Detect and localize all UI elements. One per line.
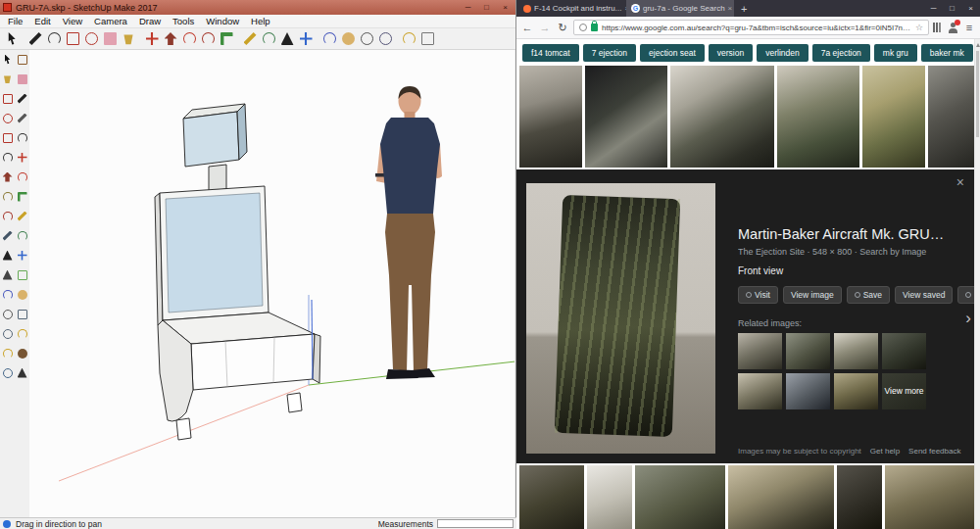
minimize-button[interactable]: ─ — [461, 1, 475, 15]
menu-file[interactable]: File — [2, 16, 28, 26]
related-image-thumbnail[interactable] — [786, 333, 830, 369]
previous-view-tool-icon[interactable] — [15, 326, 29, 341]
menu-help[interactable]: Help — [245, 16, 276, 26]
image-thumbnail[interactable] — [837, 465, 882, 529]
image-thumbnail[interactable] — [928, 66, 974, 168]
preview-image[interactable] — [526, 183, 715, 454]
walk-tool-icon[interactable] — [15, 365, 29, 380]
menu-tools[interactable]: Tools — [167, 16, 200, 26]
tab-close-icon[interactable]: × — [728, 4, 733, 13]
share-button[interactable]: Share — [957, 286, 974, 304]
section-plane-tool-icon[interactable] — [15, 267, 29, 282]
image-thumbnail[interactable] — [670, 66, 774, 168]
view-image-button[interactable]: View image — [783, 286, 842, 304]
tab-f14-cockpit[interactable]: F-14 Cockpit and instru... × — [518, 0, 626, 17]
position-camera-tool-icon[interactable] — [15, 346, 29, 361]
line-tool-icon[interactable] — [15, 91, 29, 106]
axes-tool-icon[interactable] — [297, 30, 315, 48]
chip[interactable]: f14 tomcat — [522, 44, 579, 62]
library-icon[interactable] — [933, 23, 943, 32]
measurements-input[interactable] — [437, 519, 514, 528]
eraser-tool-icon[interactable] — [15, 72, 29, 86]
result-title[interactable]: Martin-Baker Aircraft Mk. GRU-7(A) ... — [738, 226, 949, 242]
related-image-thumbnail[interactable] — [738, 333, 782, 369]
bookmark-star-icon[interactable]: ☆ — [915, 23, 923, 32]
settings-tool-icon[interactable] — [418, 30, 436, 48]
chip[interactable]: verlinden — [757, 44, 808, 62]
scrollbar[interactable] — [974, 39, 980, 529]
related-image-thumbnail[interactable] — [882, 333, 926, 369]
menu-view[interactable]: View — [57, 16, 88, 26]
tab-google-search[interactable]: G gru-7a - Google Search × — [626, 0, 734, 17]
related-image-thumbnail[interactable] — [738, 373, 782, 409]
zoom-extents-tool-icon[interactable] — [376, 30, 394, 48]
menu-draw[interactable]: Draw — [133, 16, 167, 26]
scale-tool-icon[interactable] — [15, 189, 29, 204]
chip[interactable]: mk gru — [874, 44, 917, 62]
move-tool-icon[interactable] — [15, 150, 29, 165]
related-image-thumbnail[interactable] — [834, 373, 878, 409]
orbit-tool-icon[interactable] — [320, 30, 338, 48]
close-button[interactable]: × — [498, 1, 513, 15]
view-saved-button[interactable]: View saved — [895, 286, 953, 304]
related-image-thumbnail[interactable] — [786, 373, 830, 409]
pan-tool-icon[interactable] — [339, 30, 357, 48]
new-tab-button[interactable]: + — [734, 0, 754, 17]
related-image-thumbnail[interactable] — [834, 333, 878, 369]
chip[interactable]: ejection seat — [640, 44, 705, 62]
chip[interactable]: 7a ejection — [812, 44, 870, 62]
account-icon[interactable] — [947, 22, 958, 33]
scroll-up-icon[interactable] — [976, 41, 980, 47]
text-tool-icon[interactable] — [0, 248, 15, 263]
save-button[interactable]: Save — [847, 286, 890, 304]
image-thumbnail[interactable] — [519, 66, 582, 168]
visit-button[interactable]: Visit — [738, 286, 778, 304]
paint-bucket-tool-icon[interactable] — [0, 72, 15, 86]
chip[interactable]: 7 ejection — [583, 44, 636, 62]
follow-me-tool-icon[interactable] — [0, 189, 15, 204]
image-thumbnail[interactable] — [777, 66, 859, 168]
image-thumbnail[interactable] — [585, 66, 667, 168]
offset-tool-icon[interactable] — [199, 30, 217, 48]
select-tool-icon[interactable] — [0, 52, 15, 67]
address-bar[interactable]: https://www.google.com.au/search?q=gru-7… — [573, 20, 929, 35]
protractor-tool-icon[interactable] — [15, 228, 29, 243]
menu-window[interactable]: Window — [200, 16, 245, 26]
look-around-tool-icon[interactable] — [0, 365, 15, 380]
next-view-tool-icon[interactable] — [0, 346, 15, 361]
move-tool-icon[interactable] — [143, 30, 161, 48]
next-image-icon[interactable]: › — [965, 309, 971, 328]
tape-measure-tool-icon[interactable] — [241, 30, 259, 48]
context-help-icon[interactable] — [3, 520, 11, 528]
previous-view-tool-icon[interactable] — [400, 30, 417, 48]
image-thumbnail[interactable] — [885, 465, 974, 529]
push-pull-tool-icon[interactable] — [162, 30, 179, 48]
dimension-tool-icon[interactable] — [0, 228, 15, 243]
image-thumbnail[interactable] — [587, 465, 632, 529]
text-tool-icon[interactable] — [278, 30, 296, 48]
image-thumbnail[interactable] — [862, 66, 925, 168]
image-thumbnail[interactable] — [519, 465, 584, 529]
scale-tool-icon[interactable] — [218, 30, 235, 48]
sketchup-viewport[interactable] — [29, 50, 514, 517]
paint-bucket-tool-icon[interactable] — [120, 30, 137, 48]
zoom-extents-tool-icon[interactable] — [0, 326, 15, 341]
maximize-button[interactable]: □ — [479, 1, 494, 15]
pan-tool-icon[interactable] — [15, 287, 29, 302]
axes-tool-icon[interactable] — [15, 248, 29, 263]
scrollbar-thumb[interactable] — [976, 51, 979, 137]
view-more-tile[interactable]: View more — [882, 373, 926, 409]
offset-tool-icon[interactable] — [0, 209, 15, 223]
freehand-tool-icon[interactable] — [15, 111, 29, 125]
maximize-button[interactable]: □ — [943, 0, 961, 17]
menu-camera[interactable]: Camera — [88, 16, 133, 26]
arc-tool-icon[interactable] — [15, 130, 29, 145]
panel-close-icon[interactable]: × — [956, 175, 964, 189]
send-feedback-link[interactable]: Send feedback — [908, 447, 960, 456]
page-info-icon[interactable] — [579, 24, 587, 31]
image-thumbnail[interactable] — [635, 465, 725, 529]
tape-measure-tool-icon[interactable] — [15, 209, 29, 223]
chip[interactable]: baker mk — [921, 44, 973, 62]
rectangle-tool-icon[interactable] — [64, 30, 81, 48]
make-component-tool-icon[interactable] — [15, 52, 29, 67]
